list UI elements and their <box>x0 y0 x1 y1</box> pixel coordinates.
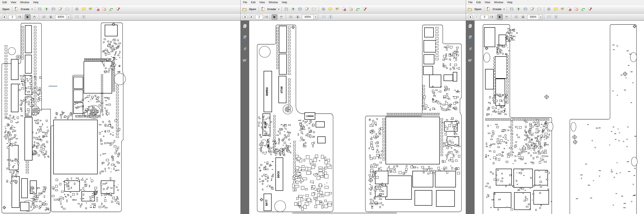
page-thumbnails-button[interactable] <box>242 23 248 29</box>
edit-pen-button[interactable] <box>116 6 121 12</box>
comment-bubble-button[interactable] <box>553 6 558 12</box>
sign-document-button[interactable] <box>530 6 535 12</box>
next-page-button[interactable] <box>249 15 254 19</box>
horizontal-scrollbar[interactable] <box>292 212 397 214</box>
email-button[interactable] <box>65 6 70 12</box>
delete-pages-button[interactable] <box>342 6 347 12</box>
sign-document-button[interactable] <box>58 6 63 12</box>
comment-bubble-button[interactable] <box>81 6 86 12</box>
select-tool-button[interactable] <box>25 14 30 20</box>
zoom-dropdown-button[interactable]: ▼ <box>67 15 70 19</box>
zoom-in-button[interactable] <box>48 14 53 20</box>
menu-item-help[interactable]: Help <box>505 0 514 4</box>
recognize-text-button[interactable] <box>348 6 354 12</box>
hand-tool-button[interactable] <box>278 14 284 20</box>
select-tool-button[interactable] <box>497 14 503 20</box>
open-button[interactable]: Open <box>242 7 258 11</box>
zoom-dropdown-button[interactable]: ▼ <box>539 15 543 19</box>
text-highlight-button[interactable] <box>88 6 93 12</box>
menu-item-window[interactable]: Window <box>267 0 280 4</box>
save-button[interactable] <box>509 6 514 12</box>
document-area[interactable] <box>0 20 240 214</box>
recognize-text-button[interactable] <box>102 6 107 12</box>
save-button[interactable] <box>37 6 42 12</box>
settings-gear-button[interactable] <box>74 6 80 12</box>
zoom-level-input[interactable]: 300% <box>527 15 539 19</box>
menu-item-edit[interactable]: Edit <box>0 0 9 4</box>
next-page-button[interactable] <box>474 15 479 19</box>
zoom-out-button[interactable] <box>41 14 46 20</box>
attachments-button[interactable] <box>242 46 248 52</box>
previous-page-button[interactable] <box>468 15 473 19</box>
upload-cloud-button[interactable] <box>44 6 49 12</box>
delete-pages-button[interactable] <box>95 6 100 12</box>
open-button[interactable]: Open <box>1 7 11 11</box>
export-share-button[interactable] <box>356 6 360 12</box>
create-button[interactable]: Create ▼ <box>260 7 280 11</box>
export-share-button[interactable] <box>581 6 586 12</box>
settings-gear-button[interactable] <box>321 6 326 12</box>
email-button[interactable] <box>311 6 316 12</box>
menu-item-file[interactable]: File <box>241 0 249 4</box>
zoom-in-button[interactable] <box>520 14 526 20</box>
menu-item-view[interactable]: View <box>483 0 492 4</box>
signatures-button[interactable] <box>242 58 248 63</box>
zoom-dropdown-button[interactable]: ▼ <box>314 15 318 19</box>
zoom-level-input[interactable]: 400% <box>55 15 67 19</box>
fit-page-button[interactable] <box>81 14 86 20</box>
previous-page-button[interactable] <box>242 15 248 19</box>
save-button[interactable] <box>284 6 289 12</box>
export-share-button[interactable] <box>109 6 114 12</box>
hand-tool-button[interactable] <box>504 14 510 20</box>
upload-cloud-button[interactable] <box>291 6 296 12</box>
sign-document-button[interactable] <box>304 6 310 12</box>
upload-cloud-button[interactable] <box>516 6 521 12</box>
open-button[interactable]: Open <box>467 7 483 11</box>
next-page-button[interactable] <box>2 15 7 19</box>
print-button[interactable] <box>298 6 303 12</box>
document-area[interactable] <box>466 20 644 214</box>
recognize-text-button[interactable] <box>574 6 579 12</box>
signatures-button[interactable] <box>468 58 473 63</box>
fit-page-button[interactable] <box>328 14 333 20</box>
fit-width-button[interactable] <box>546 14 552 20</box>
page-number-input[interactable]: 2 <box>8 15 16 19</box>
comment-bubble-button[interactable] <box>328 6 333 12</box>
page-number-input[interactable]: 3 <box>480 15 488 19</box>
menu-item-view[interactable]: View <box>9 0 18 4</box>
zoom-out-button[interactable] <box>288 14 293 20</box>
bookmarks-button[interactable] <box>242 35 248 40</box>
edit-pen-button[interactable] <box>588 6 593 12</box>
menu-item-window[interactable]: Window <box>492 0 505 4</box>
page-thumbnails-button[interactable] <box>468 23 473 29</box>
menu-item-file[interactable]: File <box>466 0 474 4</box>
delete-pages-button[interactable] <box>567 6 572 12</box>
menu-item-view[interactable]: View <box>258 0 267 4</box>
page-number-input[interactable]: 2 <box>255 15 263 19</box>
menu-item-edit[interactable]: Edit <box>474 0 483 4</box>
settings-gear-button[interactable] <box>546 6 552 12</box>
text-highlight-button[interactable] <box>560 6 565 12</box>
edit-pen-button[interactable] <box>362 6 368 12</box>
select-tool-button[interactable] <box>272 14 278 20</box>
fit-width-button[interactable] <box>321 14 326 20</box>
zoom-level-input[interactable]: 400% <box>302 15 314 19</box>
text-highlight-button[interactable] <box>335 6 340 12</box>
print-button[interactable] <box>51 6 56 12</box>
menu-item-edit[interactable]: Edit <box>249 0 258 4</box>
print-button[interactable] <box>523 6 528 12</box>
menu-item-window[interactable]: Window <box>18 0 31 4</box>
menu-item-help[interactable]: Help <box>31 0 40 4</box>
fit-page-button[interactable] <box>553 14 558 20</box>
menu-item-help[interactable]: Help <box>280 0 289 4</box>
create-button[interactable]: Create ▼ <box>486 7 505 11</box>
zoom-out-button[interactable] <box>514 14 519 20</box>
hand-tool-button[interactable] <box>32 14 37 20</box>
attachments-button[interactable] <box>468 46 473 52</box>
fit-width-button[interactable] <box>74 14 79 20</box>
zoom-in-button[interactable] <box>295 14 300 20</box>
create-button[interactable]: Create ▼ <box>14 7 33 11</box>
bookmarks-button[interactable] <box>468 35 473 40</box>
document-area[interactable]: ROMEOUTAHFCAMJULIETDOCKBATTCARBON <box>240 20 466 214</box>
email-button[interactable] <box>537 6 542 12</box>
